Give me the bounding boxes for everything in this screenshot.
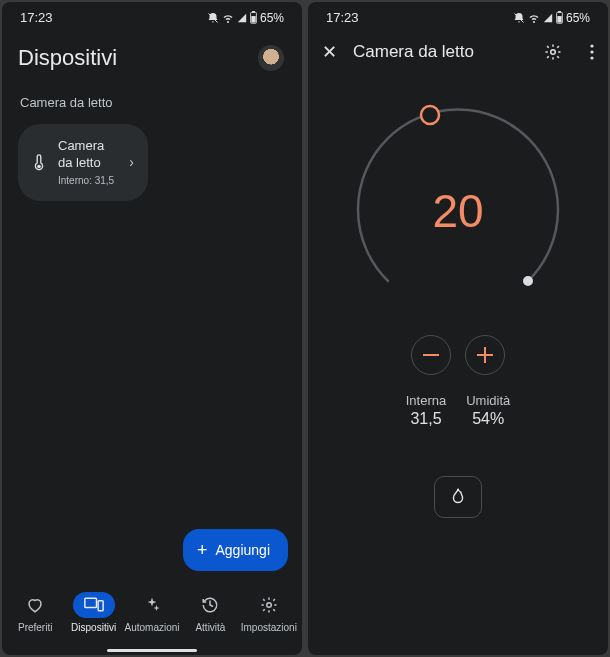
nav-activity[interactable]: Attività [181, 592, 239, 633]
device-card-sub: Interno: 31,5 [58, 174, 117, 187]
device-card-bedroom[interactable]: Camera da letto Interno: 31,5 › [18, 124, 148, 201]
chevron-right-icon: › [129, 154, 134, 170]
signal-icon [543, 12, 553, 24]
add-button[interactable]: + Aggiungi [183, 529, 288, 571]
detail-header: ✕ Camera da letto [308, 29, 608, 71]
temperature-stepper [308, 335, 608, 375]
wifi-icon [221, 12, 235, 24]
thermostat-icon [32, 155, 46, 169]
room-section-label: Camera da letto [2, 91, 302, 124]
devices-screen: 17:23 65% Dispositivi Camera da letto Ca… [2, 2, 302, 655]
more-icon[interactable] [590, 44, 594, 60]
status-icons: 65% [207, 11, 284, 25]
nav-devices[interactable]: Dispositivi [64, 592, 122, 633]
readings-row: Interna 31,5 Umidità 54% [308, 393, 608, 428]
svg-rect-16 [423, 354, 439, 356]
home-indicator[interactable] [107, 649, 197, 652]
sparkle-icon [131, 592, 173, 618]
gear-icon [248, 592, 290, 618]
signal-icon [237, 12, 247, 24]
bottom-nav: Preferiti Dispositivi Automazioni Attivi… [2, 581, 302, 643]
status-icons: 65% [513, 11, 590, 25]
detail-title: Camera da letto [353, 42, 528, 62]
history-icon [189, 592, 231, 618]
dnd-icon [513, 12, 525, 24]
nav-settings-label: Impostazioni [241, 622, 297, 633]
interna-reading: Interna 31,5 [406, 393, 446, 428]
status-time: 17:23 [326, 10, 359, 25]
svg-point-15 [590, 56, 593, 59]
nav-automations[interactable]: Automazioni [123, 592, 181, 633]
battery-text: 65% [260, 11, 284, 25]
nav-activity-label: Attività [195, 622, 225, 633]
svg-point-4 [37, 165, 41, 169]
devices-icon [73, 592, 115, 618]
svg-rect-5 [84, 598, 96, 607]
battery-icon [249, 11, 258, 24]
temperature-dial[interactable]: 20 [338, 91, 578, 331]
interna-label: Interna [406, 393, 446, 408]
page-title: Dispositivi [18, 45, 117, 71]
add-button-label: Aggiungi [216, 542, 271, 558]
increase-button[interactable] [465, 335, 505, 375]
device-card-name: Camera da letto [58, 138, 117, 172]
battery-text: 65% [566, 11, 590, 25]
svg-point-14 [590, 50, 593, 53]
svg-rect-11 [557, 16, 561, 23]
svg-rect-18 [477, 354, 493, 356]
nav-favorites[interactable]: Preferiti [6, 592, 64, 633]
plus-icon [477, 347, 493, 363]
svg-rect-2 [252, 11, 255, 12]
wifi-icon [527, 12, 541, 24]
svg-point-12 [551, 50, 556, 55]
avatar[interactable] [256, 43, 286, 73]
thermostat-detail-screen: 17:23 65% ✕ Camera da letto 20 [308, 2, 608, 655]
close-icon[interactable]: ✕ [322, 41, 337, 63]
umidita-label: Umidità [466, 393, 510, 408]
status-bar: 17:23 65% [2, 2, 302, 29]
nav-devices-label: Dispositivi [71, 622, 116, 633]
plus-icon: + [197, 541, 208, 559]
interna-value: 31,5 [406, 410, 446, 428]
svg-rect-6 [98, 600, 103, 610]
nav-favorites-label: Preferiti [18, 622, 52, 633]
dnd-icon [207, 12, 219, 24]
flame-icon [449, 487, 467, 507]
battery-icon [555, 11, 564, 24]
setpoint-value: 20 [338, 91, 578, 331]
status-time: 17:23 [20, 10, 53, 25]
minus-icon [423, 354, 439, 356]
svg-rect-10 [558, 11, 561, 12]
heat-mode-button[interactable] [434, 476, 482, 518]
device-card-text: Camera da letto Interno: 31,5 [58, 138, 117, 187]
heart-icon [14, 592, 56, 618]
status-bar: 17:23 65% [308, 2, 608, 29]
umidita-value: 54% [466, 410, 510, 428]
title-row: Dispositivi [2, 29, 302, 91]
svg-point-7 [267, 602, 272, 607]
decrease-button[interactable] [411, 335, 451, 375]
svg-rect-3 [251, 16, 255, 23]
gear-icon[interactable] [544, 43, 562, 61]
nav-settings[interactable]: Impostazioni [240, 592, 298, 633]
svg-point-13 [590, 44, 593, 47]
nav-automations-label: Automazioni [125, 622, 180, 633]
umidita-reading: Umidità 54% [466, 393, 510, 428]
